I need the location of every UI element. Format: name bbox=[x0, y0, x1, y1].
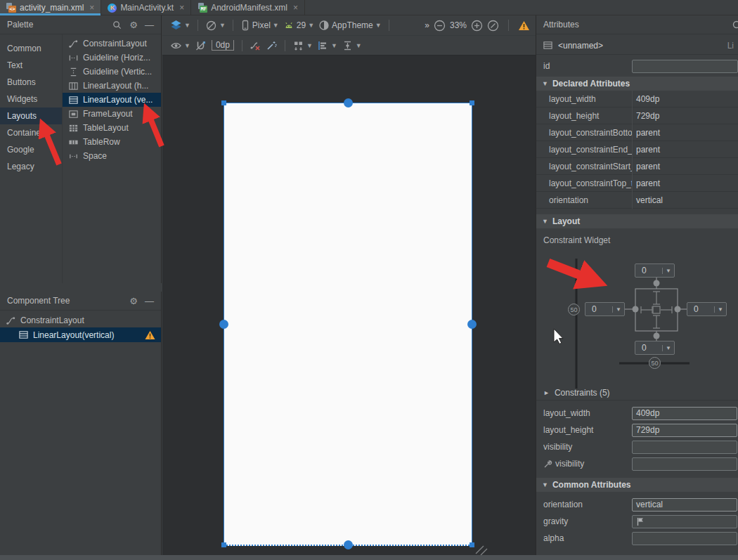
close-tab-icon[interactable]: × bbox=[179, 3, 184, 13]
gear-icon[interactable]: ⚙ bbox=[129, 20, 138, 30]
table-row[interactable]: layout_height729dp bbox=[536, 108, 738, 124]
toolbar-overflow-icon[interactable]: » bbox=[425, 20, 429, 30]
palette-item-linearlayout-vertical[interactable]: LinearLayout (ve... bbox=[63, 93, 161, 107]
infer-constraints-button[interactable] bbox=[264, 40, 280, 51]
canvas-resize-corner-icon[interactable] bbox=[474, 545, 488, 556]
alpha-input[interactable] bbox=[632, 532, 737, 545]
search-icon[interactable] bbox=[112, 20, 122, 30]
clear-constraints-button[interactable] bbox=[247, 40, 264, 51]
section-layout[interactable]: ▼ Layout bbox=[536, 214, 738, 228]
category-containers[interactable]: Containers bbox=[0, 124, 62, 141]
category-legacy[interactable]: Legacy bbox=[0, 158, 62, 175]
tab-mainactivity-kt[interactable]: K MainActivity.kt × bbox=[101, 0, 191, 15]
resize-handle-bottom-right[interactable] bbox=[470, 542, 474, 547]
tree-item-constraintlayout[interactable]: ConstraintLayout bbox=[0, 313, 161, 327]
chevron-down-icon[interactable]: ▼ bbox=[612, 306, 624, 313]
pack-selector[interactable]: ▼ bbox=[290, 40, 315, 51]
align-selector[interactable]: ▼ bbox=[315, 40, 339, 51]
design-canvas-screen[interactable] bbox=[224, 103, 472, 546]
palette-item-framelayout[interactable]: FrameLayout bbox=[63, 107, 161, 121]
warning-icon[interactable] bbox=[145, 330, 155, 340]
warnings-panel-icon[interactable] bbox=[518, 20, 530, 31]
horizontal-bias-slider[interactable]: 50 bbox=[649, 357, 661, 369]
palette-item-guideline-horizontal[interactable]: Guideline (Horiz... bbox=[63, 51, 161, 65]
constraint-anchor-left[interactable] bbox=[219, 320, 228, 329]
orientation-selector[interactable]: ▼ bbox=[203, 20, 228, 32]
category-widgets[interactable]: Widgets bbox=[0, 91, 62, 108]
resize-handle-top-left[interactable] bbox=[221, 100, 226, 105]
layout-height-input[interactable]: 729dp bbox=[632, 424, 737, 437]
visibility-input[interactable] bbox=[632, 441, 737, 454]
gravity-input[interactable] bbox=[632, 515, 737, 528]
table-row[interactable]: layout_constraintTop_tparent bbox=[536, 175, 738, 192]
chevron-down-icon: ▼ bbox=[219, 22, 226, 29]
tools-visibility-input[interactable] bbox=[632, 457, 737, 471]
category-common[interactable]: Common bbox=[0, 40, 62, 57]
palette-item-space[interactable]: Space bbox=[63, 149, 161, 163]
margin-top-dropdown[interactable]: 0 ▼ bbox=[635, 263, 675, 278]
section-expand-icon[interactable]: ▼ bbox=[542, 481, 548, 488]
table-row[interactable]: orientationvertical bbox=[536, 192, 738, 209]
tree-item-linearlayout-vertical[interactable]: LinearLayout(vertical) bbox=[0, 327, 161, 342]
section-declared-attributes[interactable]: ▼ Declared Attributes bbox=[536, 77, 738, 91]
device-selector[interactable]: Pixel ▼ bbox=[238, 20, 281, 31]
chevron-down-icon[interactable]: ▼ bbox=[662, 345, 674, 351]
id-input[interactable] bbox=[632, 60, 738, 73]
constraint-widget: 0 ▼ 0 ▼ 0 ▼ 0 ▼ 50 50 bbox=[536, 247, 738, 392]
default-margin-control[interactable]: 0dp bbox=[212, 40, 234, 51]
table-row[interactable]: layout_width409dp bbox=[536, 91, 738, 108]
autoconnect-toggle[interactable] bbox=[193, 40, 209, 51]
resize-handle-bottom-left[interactable] bbox=[221, 542, 226, 547]
zoom-controls: » 33% bbox=[425, 20, 530, 32]
palette-item-constraintlayout[interactable]: ConstraintLayout bbox=[63, 37, 161, 51]
palette-item-linearlayout-horizontal[interactable]: LinearLayout (h... bbox=[63, 79, 161, 93]
vertical-bias-slider[interactable]: 50 bbox=[568, 304, 580, 315]
section-expand-icon[interactable]: ► bbox=[543, 389, 550, 396]
magnet-off-icon bbox=[195, 40, 207, 51]
flag-icon[interactable] bbox=[636, 517, 645, 526]
orientation-input[interactable]: vertical bbox=[632, 498, 737, 512]
close-tab-icon[interactable]: × bbox=[293, 3, 298, 13]
api-selector[interactable]: 29 ▼ bbox=[281, 20, 316, 30]
table-row[interactable]: layout_constraintEnd_tparent bbox=[536, 141, 738, 158]
search-icon[interactable] bbox=[732, 20, 738, 31]
category-text[interactable]: Text bbox=[0, 57, 62, 74]
palette-item-guideline-vertical[interactable]: Guideline (Vertic... bbox=[63, 65, 161, 79]
category-layouts[interactable]: Layouts bbox=[0, 108, 62, 124]
resize-handle-top-right[interactable] bbox=[470, 100, 474, 105]
minimize-icon[interactable]: — bbox=[145, 297, 154, 306]
constraint-anchor-top[interactable] bbox=[344, 98, 353, 108]
constraint-anchor-right[interactable] bbox=[467, 320, 477, 329]
guidelines-selector[interactable]: ▼ bbox=[339, 40, 364, 51]
margin-right-dropdown[interactable]: 0 ▼ bbox=[687, 302, 727, 316]
chevron-down-icon[interactable]: ▼ bbox=[662, 268, 674, 274]
chevron-down-icon[interactable]: ▼ bbox=[714, 306, 726, 313]
margin-left-dropdown[interactable]: 0 ▼ bbox=[585, 302, 625, 316]
layout-width-input[interactable]: 409dp bbox=[632, 407, 737, 420]
table-row[interactable]: layout_constraintBottoparent bbox=[536, 124, 738, 141]
tab-androidmanifest-xml[interactable]: MF AndroidManifest.xml × bbox=[191, 0, 305, 15]
category-google[interactable]: Google bbox=[0, 141, 62, 158]
section-expand-icon[interactable]: ▼ bbox=[542, 218, 548, 225]
section-expand-icon[interactable]: ▼ bbox=[542, 80, 548, 87]
tab-activity-main-xml[interactable]: <> activity_main.xml × bbox=[0, 0, 101, 15]
minimize-icon[interactable]: — bbox=[145, 20, 154, 30]
chevron-down-icon: ▼ bbox=[184, 42, 190, 49]
zoom-in-icon[interactable] bbox=[471, 20, 483, 32]
palette-item-tablerow[interactable]: TableRow bbox=[63, 135, 161, 149]
palette-item-tablelayout[interactable]: TableLayout bbox=[63, 121, 161, 135]
tab-label: AndroidManifest.xml bbox=[211, 3, 287, 13]
design-mode-selector[interactable]: ▼ bbox=[168, 20, 193, 31]
view-options[interactable]: ▼ bbox=[168, 40, 193, 51]
constraint-anchor-bottom[interactable] bbox=[344, 540, 353, 549]
margin-bottom-dropdown[interactable]: 0 ▼ bbox=[635, 341, 675, 355]
category-buttons[interactable]: Buttons bbox=[0, 74, 62, 91]
close-tab-icon[interactable]: × bbox=[89, 3, 94, 13]
theme-selector[interactable]: AppTheme ▼ bbox=[316, 20, 384, 31]
zoom-to-fit-icon[interactable] bbox=[487, 20, 499, 32]
section-common-attributes[interactable]: ▼ Common Attributes bbox=[536, 478, 738, 492]
zoom-out-icon[interactable] bbox=[434, 20, 446, 32]
section-constraints[interactable]: ► Constraints (5) bbox=[536, 385, 738, 401]
table-row[interactable]: layout_constraintStart_parent bbox=[536, 158, 738, 175]
gear-icon[interactable]: ⚙ bbox=[129, 297, 138, 306]
